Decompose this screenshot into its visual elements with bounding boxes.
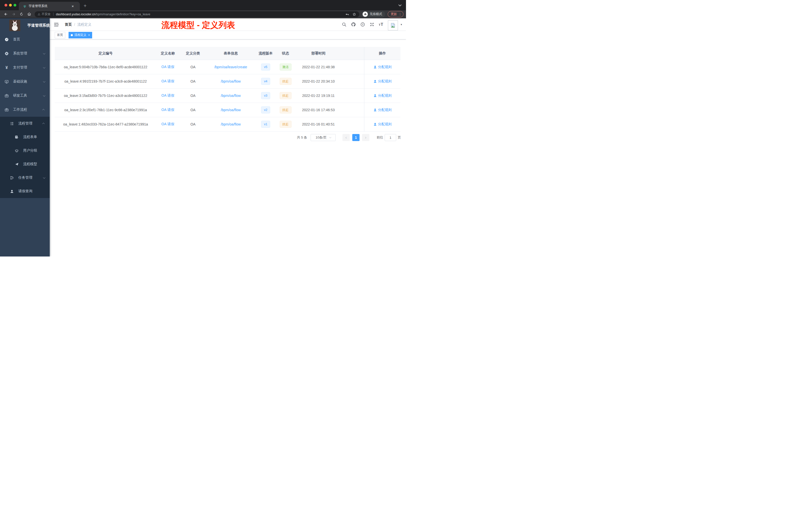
sidebar-item-infrastructure[interactable]: 基础设施 [0, 74, 50, 89]
user-icon [373, 80, 377, 83]
tag-process-definition[interactable]: 流程定义 × [68, 32, 92, 38]
avatar-dropdown-caret-icon[interactable]: ▼ [400, 23, 403, 26]
assign-rule-button[interactable]: 分配规则 [373, 108, 392, 112]
back-icon[interactable] [4, 12, 8, 16]
toolbox-icon [4, 94, 9, 98]
font-size-icon[interactable]: TT [379, 22, 384, 27]
definition-category: OA [179, 65, 207, 69]
fullscreen-icon[interactable] [370, 22, 374, 27]
goto-label: 前往 [377, 135, 383, 140]
goto-page-input[interactable] [385, 134, 396, 141]
sidebar-menu: 首页 系统管理 ¥ 支付管理 [0, 32, 50, 198]
tree-list-icon [10, 121, 14, 126]
tag-close-icon[interactable]: × [88, 33, 90, 37]
app-logo[interactable]: 芋道管理系统 [0, 18, 50, 32]
sidebar-item-leave-query[interactable]: 请假查询 [0, 184, 50, 198]
sidebar-item-system-management[interactable]: 系统管理 [0, 47, 50, 60]
prev-page-button[interactable]: ‹ [343, 134, 350, 141]
table-row: oa_leave:3:1fad3d93-7b75-11ec-a3c8-acde4… [55, 89, 401, 103]
home-icon[interactable] [27, 12, 31, 16]
dashboard-icon [4, 37, 9, 42]
paper-plane-icon [14, 162, 19, 167]
status-badge: 挂起 [280, 107, 291, 114]
forward-icon[interactable] [11, 12, 16, 16]
form-info-link[interactable]: /bpm/oa/flow [221, 94, 240, 98]
sidebar-item-payment-management[interactable]: ¥ 支付管理 [0, 60, 50, 74]
definition-name-link[interactable]: OA 请假 [162, 79, 174, 83]
tab-title: 芋道管理系统 [29, 4, 71, 8]
avatar[interactable] [388, 20, 398, 30]
user-icon [373, 122, 377, 126]
pagination-total: 共 5 条 [297, 135, 307, 140]
new-tab-button[interactable]: + [82, 2, 89, 9]
robot-face-icon [14, 149, 19, 153]
status-badge: 激活 [280, 63, 291, 70]
sidebar-item-process-management[interactable]: 流程管理 [0, 117, 50, 130]
form-info-link[interactable]: /bpm/oa/flow [221, 108, 240, 112]
chevron-down-icon [43, 80, 46, 83]
page-header: 首页 / 流程定义 流程模型 - 定义列表 ? [50, 18, 406, 31]
sidebar-item-dev-tools[interactable]: 研发工具 [0, 89, 50, 103]
url-field[interactable]: ⚠ 不安全 dashboard.yudao.iocoder.cn /bpm/ma… [35, 11, 359, 17]
definition-name-link[interactable]: OA 请假 [162, 122, 174, 126]
incognito-label: 无痕模式 [370, 12, 382, 16]
search-icon[interactable] [342, 22, 347, 27]
col-header-definition-id: 定义编号 [55, 51, 156, 56]
assign-rule-button[interactable]: 分配规则 [373, 79, 392, 84]
page-number-button[interactable]: 1 [352, 134, 359, 141]
breadcrumb-current: 流程定义 [77, 22, 91, 27]
url-path: /bpm/manager/definition?key=oa_leave [95, 12, 150, 16]
person-icon [10, 189, 14, 193]
form-info-link[interactable]: /bpm/oa/flow [221, 79, 240, 83]
traffic-lights[interactable] [4, 4, 16, 6]
version-tag: v1 [261, 121, 270, 128]
next-page-button[interactable]: › [362, 134, 369, 141]
bookmark-star-icon[interactable] [352, 12, 356, 16]
github-icon[interactable] [351, 22, 356, 27]
tab-search-chevron-icon[interactable] [398, 3, 402, 8]
header-actions: ? TT [340, 20, 406, 30]
not-secure-warning-icon[interactable]: ⚠ [38, 12, 40, 16]
tag-home[interactable]: 首页 [55, 32, 65, 38]
browser-menu-icon[interactable]: ⋮ [399, 12, 402, 16]
assign-rule-button[interactable]: 分配规则 [373, 122, 392, 126]
status-badge: 挂起 [280, 121, 291, 128]
definition-name-link[interactable]: OA 请假 [162, 65, 174, 69]
sidebar-item-process-model[interactable]: 流程模型 [0, 157, 50, 171]
sidebar-collapse-icon[interactable] [54, 22, 59, 27]
reload-icon[interactable] [19, 12, 24, 16]
svg-text:?: ? [362, 23, 363, 26]
sidebar-item-process-form[interactable]: 流程表单 [0, 130, 50, 144]
sidebar-item-workflow[interactable]: 工作流程 [0, 103, 50, 117]
page-size-select[interactable]: 10条/页 [311, 134, 336, 141]
page-content: 定义编号 定义名称 定义分类 表单信息 流程版本 状态 部署时间 操作 oa_l… [50, 39, 406, 256]
minimize-window-button[interactable] [9, 4, 12, 6]
briefcase-icon [4, 108, 9, 112]
assign-rule-button[interactable]: 分配规则 [373, 65, 392, 69]
maximize-window-button[interactable] [13, 4, 16, 6]
chevron-down-icon [43, 176, 46, 179]
sidebar-item-home[interactable]: 首页 [0, 32, 50, 47]
breadcrumb-home[interactable]: 首页 [65, 22, 72, 27]
user-icon [373, 94, 377, 97]
assign-rule-button[interactable]: 分配规则 [373, 93, 392, 98]
definition-category: OA [179, 79, 207, 83]
update-button[interactable]: 更新 ⋮ [388, 11, 404, 17]
sidebar-item-user-group[interactable]: 用户分组 [0, 144, 50, 157]
tab-close-icon[interactable]: × [71, 4, 74, 8]
help-icon[interactable]: ? [360, 22, 365, 27]
form-info-link[interactable]: /bpm/oa/flow [221, 122, 240, 126]
definition-table: 定义编号 定义名称 定义分类 表单信息 流程版本 状态 部署时间 操作 oa_l… [55, 47, 401, 131]
close-window-button[interactable] [4, 4, 7, 6]
definition-name-link[interactable]: OA 请假 [162, 108, 174, 112]
url-host: dashboard.yudao.iocoder.cn [56, 12, 95, 16]
yen-icon: ¥ [4, 65, 9, 70]
form-info-link[interactable]: /bpm/oa/leave/create [214, 65, 247, 69]
password-key-icon[interactable] [345, 12, 349, 16]
definition-name-link[interactable]: OA 请假 [162, 93, 174, 97]
browser-tab[interactable]: 芋道管理系统 × [19, 2, 80, 10]
gear-icon [4, 52, 9, 56]
breadcrumb-separator: / [74, 23, 75, 27]
browser-url-bar: ⚠ 不安全 dashboard.yudao.iocoder.cn /bpm/ma… [0, 10, 406, 18]
sidebar-item-task-management[interactable]: 任务管理 [0, 171, 50, 184]
